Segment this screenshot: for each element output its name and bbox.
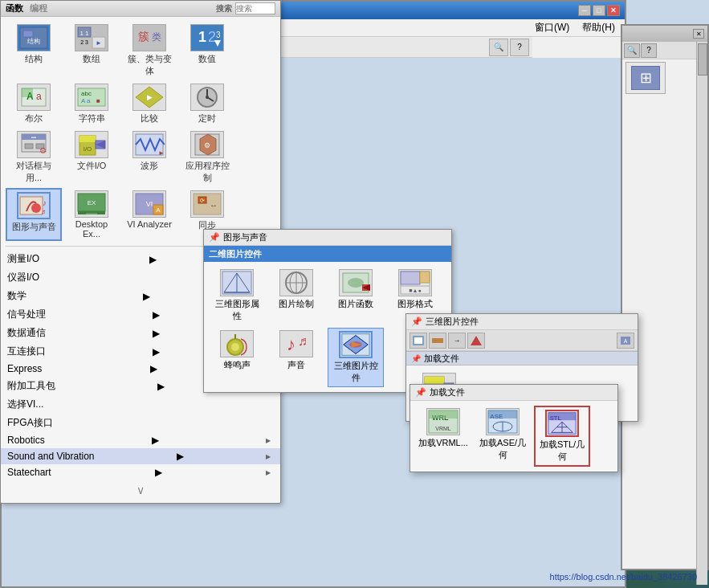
right-scrollbar[interactable]	[696, 42, 707, 585]
stl-label: 加载STL/几何	[538, 439, 586, 463]
func-graphic[interactable]: ♪ ♬ 图形与声音	[6, 188, 62, 241]
submenu-load-ase[interactable]: ASE 加载ASE/几何	[475, 406, 531, 467]
right-window-close-button[interactable]: ✕	[693, 29, 704, 39]
submenu-sound[interactable]: ♪ ♬ 声音	[268, 328, 324, 387]
right-toolbar-btn1[interactable]: 🔍	[624, 43, 640, 58]
functions-panel-title-bar: 函数 编程 搜索	[1, 1, 280, 17]
func-numeric[interactable]: 1 2 3 数值	[179, 22, 235, 80]
scroll-thumb[interactable]	[698, 43, 707, 76]
func-desktop[interactable]: EX Desktop Ex...	[63, 188, 120, 241]
svg-text:♬: ♬	[298, 334, 308, 348]
submenu-pic-draw[interactable]: 图片绘制	[268, 267, 324, 325]
maximize-button[interactable]: □	[593, 5, 605, 16]
3d-tb-btn5[interactable]: A	[617, 333, 634, 349]
sidebar-math-arrow: ▶	[143, 291, 150, 302]
pic-format-label: 图形格式	[397, 298, 433, 310]
twod-section-title: 二维图片控件	[204, 246, 451, 262]
sidebar-sound-arrow: ▶	[177, 451, 184, 462]
func-array[interactable]: 1 1 2 3 ► 数组	[63, 22, 120, 80]
submenu-3d-prop[interactable]: 三维图形属性	[209, 267, 265, 325]
func-vi-analyzer[interactable]: VI A VI Analyzer	[121, 188, 177, 241]
sidebar-datacomm-label: 数据通信	[7, 326, 46, 340]
3d-tb-btn1[interactable]	[410, 333, 427, 349]
submenu-load-stl[interactable]: STL 加载STL/几何	[534, 406, 590, 467]
vrml-icon: WRL VRML	[426, 408, 460, 435]
svg-text:3: 3	[216, 31, 221, 39]
sidebar-datacomm-arrow: ▶	[153, 328, 160, 339]
sidebar-item-selectvi[interactable]: 选择VI...	[1, 395, 280, 414]
func-bool[interactable]: A a 布尔	[6, 81, 62, 127]
submenu-load-vrml[interactable]: WRL VRML 加载VRML...	[415, 406, 471, 467]
struct-label: 结构	[25, 53, 43, 65]
right-toolbar-btn2[interactable]: ?	[641, 43, 657, 58]
menu-help[interactable]: 帮助(H)	[576, 19, 621, 36]
functions-panel-title: 函数	[6, 2, 23, 14]
svg-marker-75	[420, 272, 430, 283]
fileio-icon: I/O	[75, 131, 108, 158]
func-dialog[interactable]: ▪▪▪ ⚙ 对话框与用...	[6, 129, 62, 186]
load-pin-icon: 📌	[415, 387, 426, 398]
submenu-beep[interactable]: 蜂鸣声	[209, 328, 265, 387]
close-button[interactable]: ✕	[607, 5, 620, 16]
3d-tb-btn4[interactable]	[467, 333, 485, 349]
svg-point-79	[231, 343, 239, 351]
3d-tb-btn2[interactable]	[429, 333, 446, 349]
func-struct[interactable]: 结构 结构	[6, 22, 62, 80]
svg-text:♪: ♪	[43, 198, 47, 207]
beep-icon	[220, 330, 254, 357]
sidebar-fpga-label: FPGA接口	[7, 416, 53, 430]
submenu-pic-func[interactable]: 图片函数	[328, 267, 384, 325]
svg-text:♬: ♬	[41, 208, 46, 215]
3d-tb-btn3[interactable]: →	[448, 333, 466, 349]
show-more-btn[interactable]: ∨	[1, 480, 280, 500]
search-input[interactable]	[235, 2, 275, 14]
3d-submenu-header: 📌 三维图片控件	[406, 314, 638, 330]
sidebar-item-statechart[interactable]: Statechart ▶	[1, 464, 280, 480]
svg-text:类: 类	[152, 31, 161, 43]
minimize-button[interactable]: ─	[578, 5, 591, 16]
submenu-3d-pic[interactable]: 三维图片控件	[328, 328, 384, 387]
dialog-label: 对话框与用...	[8, 160, 59, 184]
pic-format-icon: ■▲●	[398, 269, 432, 296]
sidebar-statechart-arrow: ▶	[155, 467, 162, 478]
svg-point-70	[348, 278, 364, 288]
svg-text:VI: VI	[146, 200, 153, 208]
func-cluster[interactable]: 簇 类 簇、类与变体	[121, 22, 177, 80]
svg-text:VRML: VRML	[435, 426, 451, 431]
array-label: 数组	[83, 53, 100, 65]
func-timing[interactable]: 定时	[179, 81, 235, 127]
svg-rect-51	[86, 213, 97, 214]
toolbar-help-btn[interactable]: ?	[510, 39, 529, 56]
menu-window[interactable]: 窗口(W)	[528, 19, 576, 36]
sidebar-item-robotics[interactable]: Robotics ▶	[1, 432, 280, 448]
svg-text:结构: 结构	[27, 38, 40, 45]
svg-rect-95	[425, 377, 444, 383]
snap-icon[interactable]: ⊞	[625, 62, 666, 94]
svg-text:↔: ↔	[210, 201, 218, 210]
appctrl-icon: ⚙	[190, 131, 224, 158]
string-label: 字符串	[79, 112, 105, 125]
right-panel-window: ✕ 🔍 ? ⊞	[621, 24, 709, 570]
load-file-grid: WRL VRML 加载VRML... ASE 加载ASE/几何	[410, 401, 617, 472]
func-compare[interactable]: ▶ 比较	[121, 81, 177, 127]
func-fileio[interactable]: I/O 文件I/O	[63, 129, 120, 186]
pin-icon: 📌	[209, 232, 220, 243]
func-wave[interactable]: ► 波形	[121, 129, 177, 186]
func-appctrl[interactable]: ⚙ 应用程序控制	[179, 129, 235, 186]
graphic-label: 图形与声音	[12, 221, 56, 233]
sidebar-addons-arrow: ▶	[157, 381, 165, 392]
sidebar-express-label: Express	[7, 363, 42, 374]
svg-rect-110	[548, 413, 576, 421]
panel-title-edit: 编程	[30, 2, 47, 14]
svg-text:►: ►	[96, 39, 102, 47]
url-text: https://blog.csdn.net/baidu_38426730	[550, 572, 697, 582]
load-file-header: 📌 加载文件	[410, 385, 617, 401]
3d-prop-icon	[220, 269, 254, 296]
func-string[interactable]: abc A a ■ 字符串	[63, 81, 120, 127]
sidebar-addons-label: 附加工具包	[7, 379, 55, 393]
svg-text:♪: ♪	[287, 334, 295, 354]
toolbar-search-btn[interactable]: 🔍	[489, 39, 508, 56]
graphic-submenu-title: 图形与声音	[223, 231, 267, 243]
sidebar-item-sound-vibration[interactable]: Sound and Vibration ▶	[1, 448, 280, 464]
sidebar-item-fpga[interactable]: FPGA接口	[1, 414, 280, 432]
